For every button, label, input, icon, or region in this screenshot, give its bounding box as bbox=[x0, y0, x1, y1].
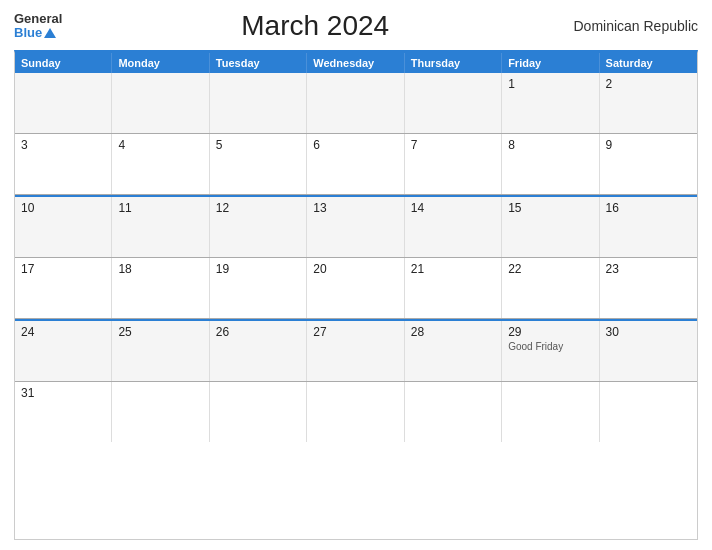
calendar-cell: 13 bbox=[307, 197, 404, 257]
header-friday: Friday bbox=[502, 53, 599, 73]
day-number: 20 bbox=[313, 262, 397, 276]
logo-blue-text: Blue bbox=[14, 26, 42, 40]
day-number: 23 bbox=[606, 262, 691, 276]
calendar-cell: 5 bbox=[210, 134, 307, 194]
calendar-cell bbox=[405, 73, 502, 133]
header-sunday: Sunday bbox=[15, 53, 112, 73]
calendar-cell bbox=[210, 73, 307, 133]
day-number: 15 bbox=[508, 201, 592, 215]
header-monday: Monday bbox=[112, 53, 209, 73]
calendar-cell: 23 bbox=[600, 258, 697, 318]
calendar-cell: 24 bbox=[15, 321, 112, 381]
calendar-body: 1234567891011121314151617181920212223242… bbox=[15, 73, 697, 442]
day-number: 21 bbox=[411, 262, 495, 276]
day-number: 24 bbox=[21, 325, 105, 339]
day-number: 13 bbox=[313, 201, 397, 215]
calendar-cell bbox=[307, 73, 404, 133]
calendar-cell bbox=[600, 382, 697, 442]
calendar: Sunday Monday Tuesday Wednesday Thursday… bbox=[14, 50, 698, 540]
calendar-cell bbox=[112, 382, 209, 442]
day-number: 31 bbox=[21, 386, 105, 400]
calendar-cell: 19 bbox=[210, 258, 307, 318]
day-number: 16 bbox=[606, 201, 691, 215]
day-number: 4 bbox=[118, 138, 202, 152]
day-number: 30 bbox=[606, 325, 691, 339]
header-wednesday: Wednesday bbox=[307, 53, 404, 73]
calendar-cell: 27 bbox=[307, 321, 404, 381]
day-number: 2 bbox=[606, 77, 691, 91]
calendar-cell: 15 bbox=[502, 197, 599, 257]
calendar-cell bbox=[307, 382, 404, 442]
header-tuesday: Tuesday bbox=[210, 53, 307, 73]
calendar-cell: 10 bbox=[15, 197, 112, 257]
calendar-cell: 20 bbox=[307, 258, 404, 318]
calendar-cell: 12 bbox=[210, 197, 307, 257]
calendar-week-3: 10111213141516 bbox=[15, 195, 697, 258]
calendar-cell: 17 bbox=[15, 258, 112, 318]
day-number: 11 bbox=[118, 201, 202, 215]
calendar-week-4: 17181920212223 bbox=[15, 258, 697, 319]
calendar-cell bbox=[112, 73, 209, 133]
calendar-cell: 30 bbox=[600, 321, 697, 381]
day-number: 25 bbox=[118, 325, 202, 339]
day-number: 27 bbox=[313, 325, 397, 339]
calendar-cell bbox=[405, 382, 502, 442]
calendar-cell: 4 bbox=[112, 134, 209, 194]
holiday-label: Good Friday bbox=[508, 341, 592, 352]
header-saturday: Saturday bbox=[600, 53, 697, 73]
calendar-week-6: 31 bbox=[15, 382, 697, 442]
header-thursday: Thursday bbox=[405, 53, 502, 73]
day-number: 8 bbox=[508, 138, 592, 152]
calendar-cell: 7 bbox=[405, 134, 502, 194]
calendar-cell: 11 bbox=[112, 197, 209, 257]
calendar-header: Sunday Monday Tuesday Wednesday Thursday… bbox=[15, 53, 697, 73]
calendar-cell bbox=[15, 73, 112, 133]
calendar-week-5: 242526272829Good Friday30 bbox=[15, 319, 697, 382]
day-number: 3 bbox=[21, 138, 105, 152]
calendar-cell bbox=[502, 382, 599, 442]
header: General Blue March 2024 Dominican Republ… bbox=[14, 10, 698, 42]
logo: General Blue bbox=[14, 12, 62, 41]
calendar-cell: 1 bbox=[502, 73, 599, 133]
day-number: 10 bbox=[21, 201, 105, 215]
day-number: 18 bbox=[118, 262, 202, 276]
day-number: 7 bbox=[411, 138, 495, 152]
day-number: 28 bbox=[411, 325, 495, 339]
calendar-title: March 2024 bbox=[62, 10, 568, 42]
day-number: 9 bbox=[606, 138, 691, 152]
day-number: 14 bbox=[411, 201, 495, 215]
calendar-cell: 18 bbox=[112, 258, 209, 318]
logo-triangle-icon bbox=[44, 28, 56, 38]
calendar-cell: 3 bbox=[15, 134, 112, 194]
day-number: 26 bbox=[216, 325, 300, 339]
calendar-week-1: 12 bbox=[15, 73, 697, 134]
day-number: 12 bbox=[216, 201, 300, 215]
calendar-cell: 16 bbox=[600, 197, 697, 257]
day-number: 6 bbox=[313, 138, 397, 152]
calendar-week-2: 3456789 bbox=[15, 134, 697, 195]
calendar-cell: 14 bbox=[405, 197, 502, 257]
calendar-cell bbox=[210, 382, 307, 442]
day-number: 22 bbox=[508, 262, 592, 276]
calendar-cell: 31 bbox=[15, 382, 112, 442]
calendar-cell: 21 bbox=[405, 258, 502, 318]
day-number: 5 bbox=[216, 138, 300, 152]
calendar-cell: 28 bbox=[405, 321, 502, 381]
calendar-cell: 9 bbox=[600, 134, 697, 194]
day-number: 19 bbox=[216, 262, 300, 276]
calendar-cell: 29Good Friday bbox=[502, 321, 599, 381]
calendar-cell: 8 bbox=[502, 134, 599, 194]
calendar-cell: 6 bbox=[307, 134, 404, 194]
calendar-cell: 2 bbox=[600, 73, 697, 133]
calendar-cell: 26 bbox=[210, 321, 307, 381]
day-number: 17 bbox=[21, 262, 105, 276]
day-number: 1 bbox=[508, 77, 592, 91]
calendar-cell: 22 bbox=[502, 258, 599, 318]
logo-general-text: General bbox=[14, 12, 62, 26]
page: General Blue March 2024 Dominican Republ… bbox=[0, 0, 712, 550]
calendar-cell: 25 bbox=[112, 321, 209, 381]
day-number: 29 bbox=[508, 325, 592, 339]
country-label: Dominican Republic bbox=[568, 18, 698, 34]
